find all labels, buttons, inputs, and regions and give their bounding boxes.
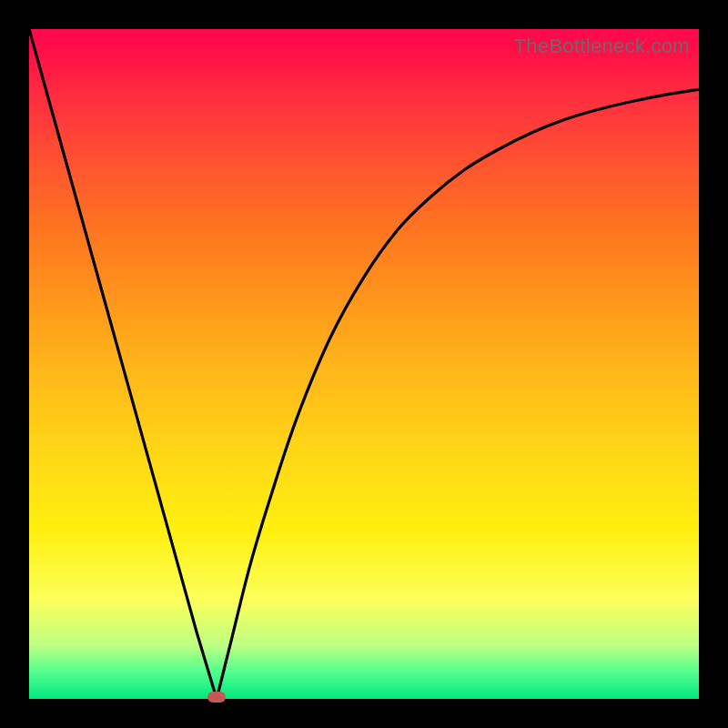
plot-area: TheBottleneck.com [29, 29, 699, 699]
vertex-marker [207, 692, 226, 703]
chart-frame: TheBottleneck.com [0, 0, 728, 728]
curve-path [29, 29, 699, 699]
bottleneck-curve [29, 29, 699, 699]
